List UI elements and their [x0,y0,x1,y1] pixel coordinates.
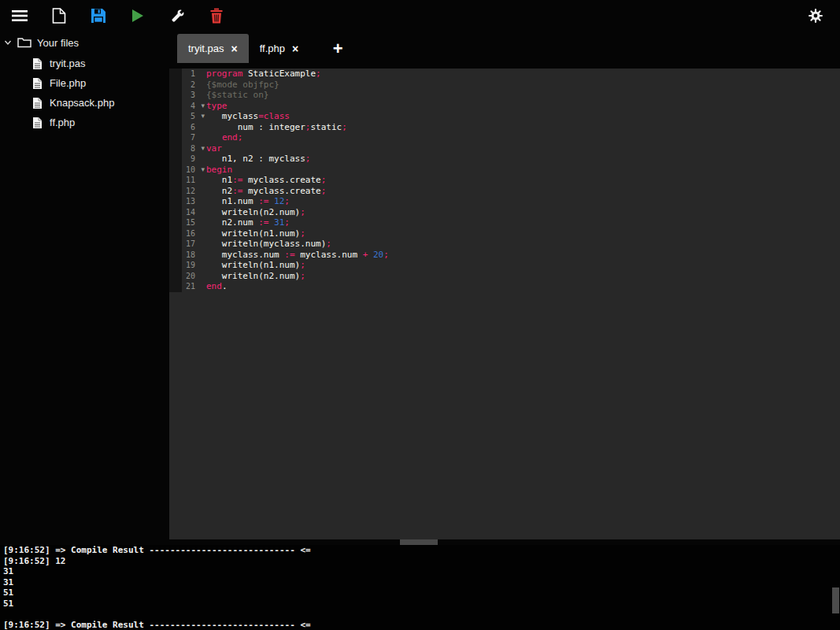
code-text: n2.num := 31; [206,217,290,228]
line-number: 13 [169,196,206,207]
hamburger-icon [12,9,28,22]
code-line[interactable]: 5▾ myclass=class [169,111,840,122]
wrench-icon [170,9,185,24]
line-number: 20 [169,271,206,282]
line-number: 7 [169,132,206,143]
chevron-down-icon[interactable] [4,39,12,46]
code-line[interactable]: 8▾var [169,143,840,154]
sidebar: Your files tryit.pasFile.phpKnapsack.php… [0,32,169,539]
file-name: File.php [50,77,86,89]
trash-icon [210,8,223,24]
line-number: 1 [169,69,206,80]
new-tab-button[interactable]: + [320,34,355,63]
file-tree-root[interactable]: Your files [0,32,169,54]
panel-resize-handle[interactable] [400,539,438,545]
line-number: 11 [169,175,206,186]
tab-list: tryit.pas×ff.php× [177,32,309,63]
code-line[interactable]: 9 n1, n2 : myclass; [169,154,840,165]
tab-close-icon[interactable]: × [292,43,298,54]
line-number: 9 [169,154,206,165]
save-icon [91,8,106,24]
file-item[interactable]: Knapsack.php [0,93,169,113]
project-settings-button[interactable] [157,0,197,32]
code-text: {$static on} [206,90,268,101]
code-text: writeln(n1.num); [206,260,305,271]
console-output: [9:16:52] => Compile Result ------------… [3,545,840,630]
file-icon [32,57,43,70]
line-number: 10▾ [169,165,206,176]
fold-arrow-icon[interactable]: ▾ [201,165,205,176]
code-text: writeln(n2.num); [206,271,305,282]
line-number: 15 [169,217,206,228]
console-line: [9:16:52] 12 [3,556,840,567]
menu-button[interactable] [0,0,39,32]
run-button[interactable] [118,0,157,32]
file-icon [32,97,43,109]
gear-icon [808,8,823,24]
tab-label: ff.php [260,43,285,54]
line-number: 3 [169,90,206,101]
code-line[interactable]: 3{$static on} [169,90,840,101]
code-text: end; [206,132,242,143]
code-line[interactable]: 12 n2:= myclass.create; [169,186,840,197]
code-line[interactable]: 17 writeln(myclass.num); [169,239,840,250]
code-line[interactable]: 20 writeln(n2.num); [169,271,840,282]
line-number: 16 [169,228,206,239]
code-lines: 1program StaticExample;2{$mode objfpc}3{… [169,69,840,292]
code-line[interactable]: 2{$mode objfpc} [169,80,840,91]
line-number: 6 [169,122,206,133]
new-file-button[interactable] [39,0,79,32]
console-line: 31 [3,577,840,588]
tab-ff.php[interactable]: ff.php× [249,34,309,63]
code-line[interactable]: 14 writeln(n2.num); [169,207,840,218]
file-name: ff.php [50,117,75,128]
code-line[interactable]: 1program StaticExample; [169,69,840,80]
fold-arrow-icon[interactable]: ▾ [201,111,205,122]
code-text: begin [206,165,232,176]
file-item[interactable]: tryit.pas [0,54,169,73]
code-text: program StaticExample; [206,69,321,80]
line-number: 5▾ [169,111,206,122]
line-number: 19 [169,260,206,271]
line-number: 12 [169,186,206,197]
code-line[interactable]: 15 n2.num := 31; [169,217,840,228]
code-text: writeln(myclass.num); [206,239,331,250]
code-line[interactable]: 16 writeln(n1.num); [169,228,840,239]
panel-divider [0,539,840,545]
console-line: [9:16:52] => Compile Result ------------… [3,620,840,630]
settings-button[interactable] [796,0,835,32]
file-item[interactable]: ff.php [0,113,169,132]
tab-label: tryit.pas [188,43,224,54]
code-line[interactable]: 7 end; [169,132,840,143]
code-text: {$mode objfpc} [206,80,279,91]
delete-button[interactable] [197,0,236,32]
run-icon [131,9,144,23]
code-line[interactable]: 18 myclass.num := myclass.num + 20; [169,250,840,261]
console-scrollbar-thumb[interactable] [832,587,839,613]
code-line[interactable]: 13 n1.num := 12; [169,196,840,207]
toolbar [0,0,840,32]
line-number: 21 [169,281,206,292]
tab-close-icon[interactable]: × [231,43,238,54]
tab-tryit.pas[interactable]: tryit.pas× [177,34,249,63]
code-text: myclass=class [206,111,290,122]
code-line[interactable]: 11 n1:= myclass.create; [169,175,840,186]
fold-arrow-icon[interactable]: ▾ [201,143,205,154]
code-line[interactable]: 10▾begin [169,165,840,176]
code-text: n1.num := 12; [206,196,290,207]
save-button[interactable] [79,0,118,32]
code-line[interactable]: 21end. [169,281,840,292]
file-item[interactable]: File.php [0,73,169,93]
line-number: 8▾ [169,143,206,154]
console-line: 51 [3,598,840,610]
line-number: 18 [169,250,206,261]
code-line[interactable]: 4▾type [169,101,840,112]
line-number: 17 [169,239,206,250]
code-editor[interactable]: 1program StaticExample;2{$mode objfpc}3{… [169,69,840,539]
code-text: myclass.num := myclass.num + 20; [206,250,389,261]
code-line[interactable]: 19 writeln(n1.num); [169,260,840,271]
code-line[interactable]: 6 num : integer;static; [169,122,840,133]
fold-arrow-icon[interactable]: ▾ [201,101,205,112]
code-text: num : integer;static; [206,122,347,133]
code-text: type [206,101,228,112]
